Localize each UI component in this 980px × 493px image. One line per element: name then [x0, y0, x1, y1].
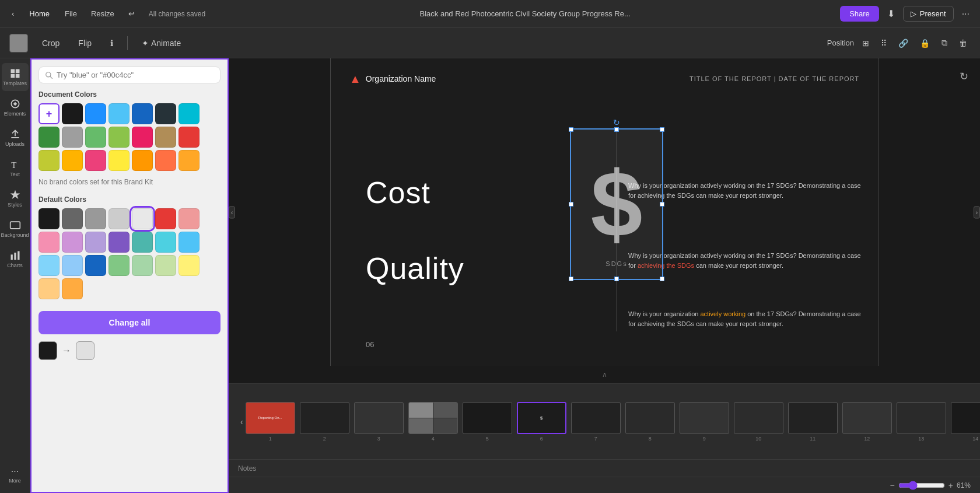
default-color-swatch[interactable] — [132, 255, 153, 276]
share-button[interactable]: Share — [840, 6, 879, 22]
slide-thumb-8[interactable]: 8 — [625, 402, 675, 442]
slide-thumb-4[interactable]: 4 — [408, 402, 458, 442]
color-swatch[interactable] — [132, 150, 153, 171]
resize-handle-bl[interactable] — [569, 277, 573, 281]
default-color-swatch[interactable] — [178, 255, 200, 276]
slide-thumb-11[interactable]: 11 — [788, 402, 838, 442]
more-options-button[interactable]: ··· — [958, 5, 973, 23]
filmstrip-collapse-bar[interactable]: ∧ — [229, 366, 980, 383]
file-button[interactable]: File — [60, 7, 82, 20]
sidebar-item-uploads[interactable]: Uploads — [2, 124, 29, 152]
sidebar-item-templates[interactable]: Templates — [2, 63, 29, 91]
default-color-swatch[interactable] — [38, 232, 60, 253]
collapse-left-button[interactable]: ‹ — [229, 206, 235, 218]
dollar-sign-element[interactable]: $ SDGs ↻ — [570, 128, 663, 280]
color-swatch[interactable] — [178, 127, 200, 148]
color-swatch[interactable] — [85, 127, 106, 148]
default-color-swatch[interactable] — [108, 208, 130, 229]
present-button[interactable]: ▷ Present — [903, 6, 954, 22]
flip-button[interactable]: Flip — [74, 36, 96, 50]
default-color-swatch[interactable] — [155, 208, 176, 229]
default-color-swatch[interactable] — [62, 278, 83, 299]
undo-button[interactable]: ↩ — [124, 7, 139, 20]
slide-thumb-5[interactable]: 5 — [463, 402, 512, 442]
default-color-swatch[interactable] — [38, 255, 60, 276]
filmstrip-left-arrow[interactable]: ‹ — [238, 417, 246, 426]
color-swatch[interactable] — [108, 103, 130, 124]
color-swatch[interactable] — [155, 127, 176, 148]
default-color-swatch[interactable] — [178, 232, 200, 253]
home-button[interactable]: Home — [23, 7, 55, 20]
add-color-button[interactable]: + — [38, 103, 60, 124]
align-button[interactable]: ⊞ — [859, 36, 873, 50]
default-color-swatch[interactable] — [155, 255, 176, 276]
slide-thumb-12[interactable]: 12 — [842, 402, 892, 442]
color-swatch-preview[interactable] — [9, 34, 28, 53]
color-swatch[interactable] — [132, 103, 153, 124]
default-color-swatch[interactable] — [62, 255, 83, 276]
delete-button[interactable]: 🗑 — [956, 36, 971, 50]
color-swatch[interactable] — [108, 150, 130, 171]
grid-button[interactable]: ⠿ — [877, 36, 890, 50]
color-swatch[interactable] — [178, 103, 200, 124]
resize-handle-bm[interactable] — [614, 277, 619, 281]
resize-handle-tl[interactable] — [569, 127, 573, 132]
change-all-button[interactable]: Change all — [38, 311, 220, 334]
sidebar-item-elements[interactable]: Elements — [2, 93, 29, 121]
slide-thumb-7[interactable]: 7 — [571, 402, 621, 442]
slide-thumb-2[interactable]: 2 — [300, 402, 349, 442]
sidebar-item-background[interactable]: Background — [2, 215, 29, 243]
slide-thumb-10[interactable]: 10 — [734, 402, 783, 442]
color-swatch[interactable] — [155, 103, 176, 124]
resize-handle-rm[interactable] — [660, 202, 664, 207]
slide-thumb-6[interactable]: $ 6 — [517, 402, 566, 442]
resize-handle-br[interactable] — [660, 277, 664, 281]
color-swatch[interactable] — [155, 150, 176, 171]
zoom-slider[interactable] — [898, 481, 945, 490]
color-swatch[interactable] — [132, 127, 153, 148]
zoom-in-button[interactable]: + — [949, 481, 953, 490]
sidebar-item-text[interactable]: T Text — [2, 154, 29, 182]
resize-handle-tr[interactable] — [660, 127, 664, 132]
download-button[interactable]: ⬇ — [884, 5, 898, 23]
slide-thumb-14[interactable]: 14 — [951, 402, 980, 442]
default-color-swatch[interactable] — [108, 255, 130, 276]
color-swatch[interactable] — [38, 127, 60, 148]
default-color-swatch[interactable] — [62, 208, 83, 229]
color-search-input[interactable] — [57, 71, 214, 79]
default-color-swatch-selected[interactable] — [132, 208, 153, 229]
default-color-swatch[interactable] — [62, 232, 83, 253]
crop-button[interactable]: Crop — [37, 36, 64, 50]
color-swatch[interactable] — [85, 103, 106, 124]
sidebar-item-styles[interactable]: Styles — [2, 184, 29, 212]
animate-button[interactable]: ✦ Animate — [137, 36, 186, 50]
slide-thumb-13[interactable]: 13 — [897, 402, 946, 442]
duplicate-button[interactable]: ⧉ — [938, 36, 951, 50]
default-color-swatch[interactable] — [132, 232, 153, 253]
default-color-swatch[interactable] — [155, 232, 176, 253]
canvas-scroll[interactable]: ‹ › ↻ ▲ Organization Name TITLE OF THE R… — [229, 58, 980, 366]
default-color-swatch[interactable] — [85, 232, 106, 253]
slide-thumb-1[interactable]: Reporting On... 1 — [246, 402, 295, 442]
lock-button[interactable]: 🔒 — [916, 36, 933, 50]
notes-label[interactable]: Notes — [238, 464, 256, 473]
color-to-swatch[interactable] — [76, 341, 94, 360]
resize-button[interactable]: Resize — [86, 7, 119, 20]
resize-handle-lm[interactable] — [569, 202, 573, 207]
resize-handle-tm[interactable] — [614, 127, 619, 132]
rotate-handle[interactable]: ↻ — [613, 118, 620, 127]
color-swatch[interactable] — [178, 150, 200, 171]
default-color-swatch[interactable] — [38, 278, 60, 299]
sidebar-item-charts[interactable]: Charts — [2, 245, 29, 273]
default-color-swatch[interactable] — [38, 208, 60, 229]
color-swatch[interactable] — [62, 127, 83, 148]
color-swatch[interactable] — [38, 150, 60, 171]
slide-thumb-9[interactable]: 9 — [680, 402, 729, 442]
back-button[interactable]: ‹ — [7, 7, 19, 20]
default-color-swatch[interactable] — [108, 232, 130, 253]
color-swatch[interactable] — [108, 127, 130, 148]
slide-thumb-3[interactable]: 3 — [354, 402, 404, 442]
color-swatch[interactable] — [62, 150, 83, 171]
refresh-button[interactable]: ↻ — [960, 70, 968, 83]
sidebar-item-more[interactable]: ··· More — [2, 461, 29, 488]
